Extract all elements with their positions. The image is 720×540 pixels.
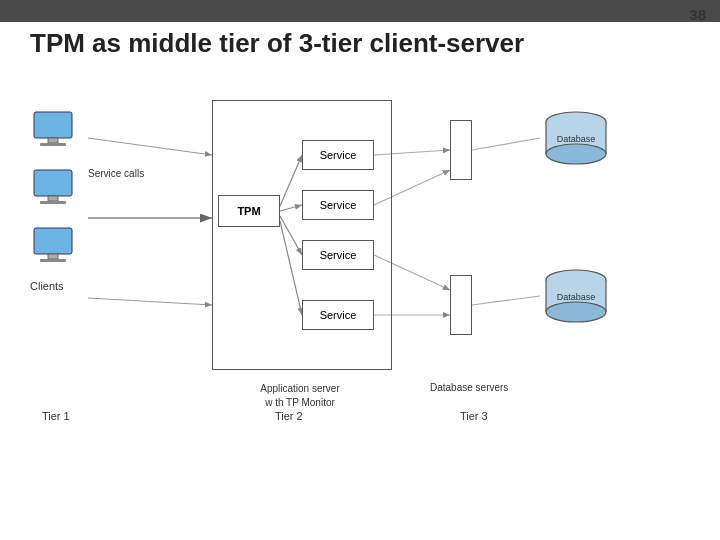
svg-rect-20 [40,201,66,204]
svg-rect-19 [48,196,58,201]
db-rect-1 [450,120,472,180]
svg-rect-18 [34,170,72,196]
svg-rect-23 [40,259,66,262]
tier1-label: Tier 1 [42,410,70,422]
svg-line-4 [88,298,212,305]
slide-number: 38 [689,6,706,23]
service-box-1: Service [302,140,374,170]
tpm-box: TPM [218,195,280,227]
computer-icon-1 [30,110,84,154]
clients-group: Clients [30,110,84,270]
svg-text:Database: Database [557,134,596,144]
db-rect-2 [450,275,472,335]
database-cylinder-2: Database [540,268,612,324]
svg-line-14 [472,296,540,305]
db-servers-label: Database servers [430,382,508,393]
svg-point-34 [546,302,606,322]
top-bar [0,0,720,22]
svg-point-28 [546,144,606,164]
svg-rect-22 [48,254,58,259]
app-server-label: Application server w th TP Monitor [230,382,370,410]
svg-rect-17 [40,143,66,146]
computer-icon-2 [30,168,84,212]
tier2-label: Tier 2 [275,410,303,422]
database-cylinder-1: Database [540,110,612,166]
slide-title: TPM as middle tier of 3-tier client-serv… [30,28,524,59]
svg-rect-16 [48,138,58,143]
svg-line-13 [472,138,540,150]
service-box-4: Service [302,300,374,330]
service-calls-label: Service calls [88,168,144,179]
computer-icon-3 [30,226,84,270]
service-box-3: Service [302,240,374,270]
svg-rect-21 [34,228,72,254]
svg-text:Database: Database [557,292,596,302]
service-box-2: Service [302,190,374,220]
diagram: Clients Service calls TPM Service Servic… [20,80,700,460]
svg-rect-15 [34,112,72,138]
tier3-label: Tier 3 [460,410,488,422]
svg-line-2 [88,138,212,155]
clients-label: Clients [30,280,64,292]
